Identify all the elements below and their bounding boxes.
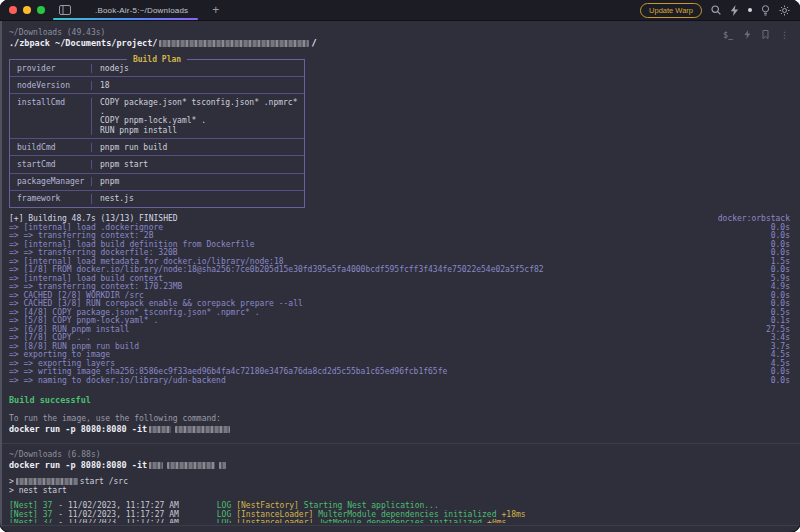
build-plan-value: COPY package.json* tsconfig.json* .npmrc… bbox=[91, 98, 304, 135]
docker-build-lines: => [internal] load .dockerignore 0.0s =>… bbox=[9, 224, 790, 386]
build-plan-rows: provider nodejs nodeVersion 18 installCm… bbox=[10, 60, 304, 207]
block2-command: docker run -p 8080:8080 -it bbox=[0, 460, 800, 471]
block1-prompt: ~/Downloads (49.43s) bbox=[0, 28, 800, 38]
bookmark-icon[interactable] bbox=[762, 30, 769, 41]
close-window-button[interactable] bbox=[9, 6, 17, 14]
block-separator bbox=[0, 525, 800, 526]
nest-duration: +0ms bbox=[487, 519, 506, 523]
build-plan-value: pnpm run build bbox=[91, 143, 167, 152]
docker-build-line: => [8/8] RUN pnpm run build 3.7s bbox=[9, 343, 790, 352]
terminal-content: $_ ⋮ ~/Downloads (49.43s) ./zbpack ~/Doc… bbox=[0, 21, 800, 532]
nest-log-line: [Nest] 37 - 11/02/2023, 11:17:27 AM LOG … bbox=[9, 511, 800, 520]
docker-build-log: [+] Building 48.7s (13/13) FINISHED dock… bbox=[0, 215, 800, 385]
build-plan-row: installCmd COPY package.json* tsconfig.j… bbox=[10, 94, 304, 139]
update-warp-button[interactable]: Update Warp bbox=[640, 3, 702, 18]
nest-log-output: [Nest] 37 - 11/02/2023, 11:17:27 AM LOG … bbox=[0, 502, 800, 523]
nest-message: JwtModule dependencies initialized bbox=[318, 519, 482, 523]
docker-build-line: => => naming to docker.io/library/udn-ba… bbox=[9, 377, 790, 386]
notification-dot bbox=[748, 8, 752, 12]
build-plan-value: pnpm bbox=[91, 177, 119, 186]
block-separator bbox=[0, 443, 800, 444]
redacted-text bbox=[167, 462, 215, 469]
search-icon[interactable] bbox=[711, 5, 721, 15]
docker-build-line: => [6/8] RUN pnpm install 27.5s bbox=[9, 326, 790, 335]
copy-command-icon[interactable]: $_ bbox=[723, 31, 733, 40]
docker-step-text: => => naming to docker.io/library/udn-ba… bbox=[9, 377, 226, 386]
titlebar: .Book-Air-5:~/Downloads + Update Warp bbox=[0, 0, 800, 21]
redacted-text bbox=[219, 462, 226, 469]
run-hint: To run the image, use the following comm… bbox=[0, 414, 800, 423]
zoom-window-button[interactable] bbox=[37, 6, 45, 14]
build-plan-key: startCmd bbox=[10, 160, 91, 169]
npm-script-line: >start /src bbox=[0, 478, 800, 487]
settings-gear-icon[interactable] bbox=[779, 5, 790, 16]
build-plan-title: Build Plan bbox=[127, 55, 187, 64]
build-plan-key: buildCmd bbox=[10, 143, 91, 152]
more-options-icon[interactable]: ⋮ bbox=[780, 31, 789, 40]
docker-build-line: => exporting to image 4.5s bbox=[9, 351, 790, 360]
nest-start-line: > nest start bbox=[0, 487, 800, 496]
build-plan-value: pnpm start bbox=[91, 160, 148, 169]
workspace-icon[interactable] bbox=[59, 5, 71, 15]
nest-pid: [Nest] 37 bbox=[9, 511, 52, 520]
window-controls bbox=[0, 6, 45, 14]
build-plan-row: buildCmd pnpm run build bbox=[10, 139, 304, 156]
build-plan-key: installCmd bbox=[10, 98, 91, 135]
build-plan-row: packageManager pnpm bbox=[10, 174, 304, 191]
build-plan-row: nodeVersion 18 bbox=[10, 77, 304, 94]
redacted-text bbox=[149, 426, 171, 433]
redacted-text bbox=[175, 426, 230, 433]
block1-command: ./zbpack ~/Documents/project// bbox=[0, 38, 800, 49]
redacted-text bbox=[159, 40, 309, 47]
build-plan-value: nest.js bbox=[91, 194, 134, 203]
build-plan-row: startCmd pnpm start bbox=[10, 156, 304, 173]
block-actions: $_ ⋮ bbox=[723, 30, 789, 41]
nest-context: [InstanceLoader] bbox=[236, 511, 313, 520]
active-tab-indicator bbox=[53, 18, 198, 20]
block2-prompt: ~/Downloads (6.88s) bbox=[0, 450, 800, 460]
tab-downloads[interactable]: .Book-Air-5:~/Downloads bbox=[81, 0, 202, 20]
nest-log-line: [Nest] 37 - 11/02/2023, 11:17:27 AM LOG … bbox=[9, 519, 800, 523]
nest-log-lines: [Nest] 37 - 11/02/2023, 11:17:27 AM LOG … bbox=[9, 502, 800, 523]
build-plan-value: 18 bbox=[91, 81, 110, 90]
build-plan-key: packageManager bbox=[10, 177, 91, 186]
build-plan-key: nodeVersion bbox=[10, 81, 91, 90]
minimize-window-button[interactable] bbox=[23, 6, 31, 14]
build-plan-row: framework nest.js bbox=[10, 191, 304, 207]
nest-message: MulterModule dependencies initialized bbox=[318, 511, 496, 520]
run-command-suggestion: docker run -p 8080:8080 -it bbox=[0, 424, 800, 435]
build-plan-table: Build Plan provider nodejs nodeVersion 1… bbox=[9, 59, 305, 208]
nest-level: LOG bbox=[217, 519, 231, 523]
docker-step-time: 0.0s bbox=[763, 377, 790, 386]
build-plan-value: nodejs bbox=[91, 64, 129, 73]
tab-title: .Book-Air-5:~/Downloads bbox=[95, 6, 188, 15]
build-plan-key: framework bbox=[10, 194, 91, 203]
build-result: Build successful bbox=[0, 395, 800, 405]
redacted-text bbox=[149, 462, 163, 469]
share-bolt-icon[interactable] bbox=[744, 30, 751, 41]
ai-bolt-icon[interactable] bbox=[730, 5, 739, 16]
nest-context: [InstanceLoader] bbox=[236, 519, 313, 523]
nest-timestamp: - 11/02/2023, 11:17:27 AM bbox=[58, 511, 178, 520]
build-plan-key: provider bbox=[10, 64, 91, 73]
nest-pid: [Nest] 37 bbox=[9, 519, 52, 523]
tips-bulb-icon[interactable] bbox=[761, 5, 770, 16]
titlebar-actions: Update Warp bbox=[640, 3, 800, 18]
nest-level: LOG bbox=[217, 511, 231, 520]
new-tab-button[interactable]: + bbox=[212, 4, 219, 16]
nest-duration: +18ms bbox=[502, 511, 526, 520]
warp-terminal-window: .Book-Air-5:~/Downloads + Update Warp bbox=[0, 0, 800, 532]
nest-timestamp: - 11/02/2023, 11:17:27 AM bbox=[58, 519, 178, 523]
redacted-text bbox=[16, 478, 78, 485]
